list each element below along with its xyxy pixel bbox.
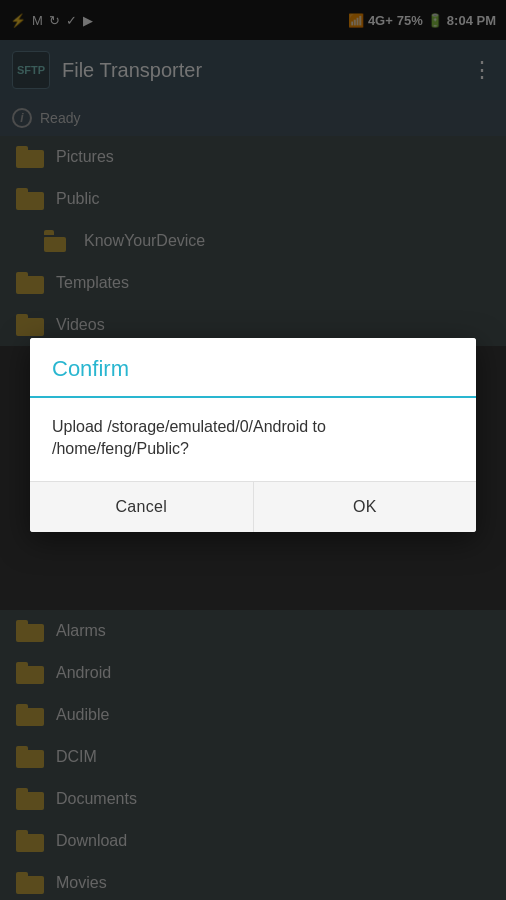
confirm-dialog: Confirm Upload /storage/emulated/0/Andro… [30, 338, 476, 532]
cancel-button[interactable]: Cancel [30, 482, 254, 532]
ok-button[interactable]: OK [254, 482, 477, 532]
dialog-body: Upload /storage/emulated/0/Android to /h… [30, 398, 476, 482]
dialog-title-area: Confirm [30, 338, 476, 396]
dialog-title: Confirm [52, 356, 454, 382]
dialog-actions: Cancel OK [30, 482, 476, 532]
dialog-message: Upload /storage/emulated/0/Android to /h… [52, 416, 454, 461]
